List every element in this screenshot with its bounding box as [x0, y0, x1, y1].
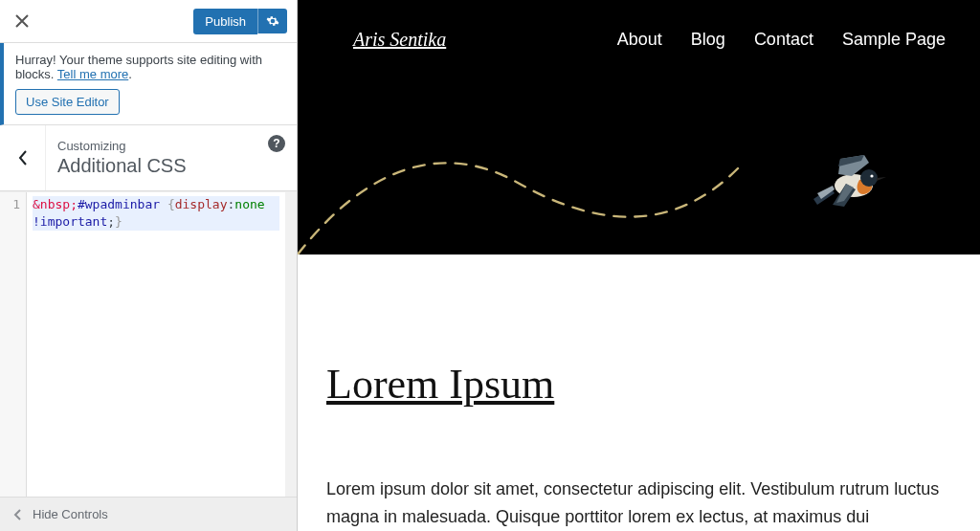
nav-item-contact[interactable]: Contact [754, 30, 813, 50]
section-pre-title: Customizing [57, 139, 285, 153]
code-token: display [175, 197, 228, 211]
back-button[interactable] [0, 125, 46, 190]
notice-text: Hurray! Your theme supports site editing… [15, 53, 262, 81]
line-number: 1 [0, 196, 20, 213]
code-token: } [115, 214, 122, 229]
css-editor[interactable]: 1 &nbsp;#wpadminbar {display:none !impor… [0, 191, 297, 497]
code-gutter: 1 [0, 192, 27, 497]
page-body-text: Lorem ipsum dolor sit amet, consectetur … [326, 476, 951, 531]
chevron-left-icon [18, 150, 28, 166]
site-brand[interactable]: Aris Sentika [353, 29, 446, 51]
use-site-editor-button[interactable]: Use Site Editor [15, 89, 120, 115]
svg-point-2 [870, 174, 873, 177]
hero-section: Aris Sentika About Blog Contact Sample P… [298, 0, 980, 254]
publish-settings-button[interactable] [257, 9, 287, 33]
publish-button[interactable]: Publish [193, 9, 257, 34]
hide-controls-button[interactable]: Hide Controls [0, 497, 297, 531]
help-button[interactable]: ? [268, 135, 285, 152]
svg-point-1 [860, 169, 878, 187]
nav-item-sample-page[interactable]: Sample Page [842, 30, 946, 50]
chevron-left-icon [11, 508, 25, 521]
page-content: Lorem Ipsum Lorem ipsum dolor sit amet, … [298, 254, 980, 531]
code-token: { [160, 197, 175, 211]
code-token: &nbsp; [33, 197, 78, 211]
publish-group: Publish [193, 9, 287, 34]
nav-item-blog[interactable]: Blog [691, 30, 725, 50]
help-icon: ? [273, 137, 279, 150]
code-token: none [234, 197, 264, 211]
notice-link[interactable]: Tell me more [57, 67, 128, 81]
notice-dot: . [128, 67, 132, 81]
customizer-sidebar: Publish Hurray! Your theme supports site… [0, 0, 298, 531]
hide-controls-label: Hide Controls [33, 507, 108, 521]
close-button[interactable] [0, 0, 43, 43]
section-title: Additional CSS [57, 153, 285, 178]
code-token: #wpadminbar [78, 197, 160, 211]
gear-icon [266, 14, 279, 28]
bird-illustration [812, 151, 892, 209]
page-title: Lorem Ipsum [326, 360, 951, 409]
close-icon [15, 14, 29, 28]
editor-scrollbar[interactable] [285, 192, 297, 497]
site-preview: Aris Sentika About Blog Contact Sample P… [298, 0, 980, 531]
site-editor-notice: Hurray! Your theme supports site editing… [0, 43, 297, 125]
code-token: ; [107, 214, 115, 229]
section-header: Customizing Additional CSS ? [0, 125, 297, 191]
primary-nav: About Blog Contact Sample Page [617, 30, 946, 50]
customizer-top-bar: Publish [0, 0, 297, 43]
code-textarea[interactable]: &nbsp;#wpadminbar {display:none !importa… [27, 192, 285, 497]
nav-item-about[interactable]: About [617, 30, 662, 50]
